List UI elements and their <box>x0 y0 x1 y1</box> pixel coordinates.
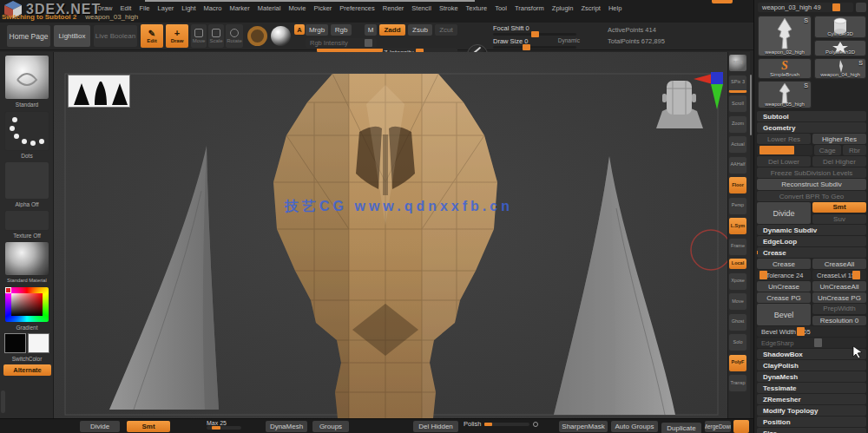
main-color-swatch[interactable] <box>4 333 26 353</box>
modify-topology-header[interactable]: Modify Topology <box>757 405 866 416</box>
sdiv-fill[interactable] <box>760 146 794 154</box>
persp-toggle[interactable]: Persp <box>728 197 747 215</box>
menu-item-help[interactable]: Help <box>608 4 621 12</box>
crease-pg-button[interactable]: Crease PG <box>757 292 811 303</box>
crease-lvl-handle[interactable] <box>852 271 860 279</box>
local-toggle[interactable]: Local <box>728 258 747 270</box>
bottom-merge-down-button[interactable]: MergeDown <box>705 421 731 432</box>
move-button[interactable]: Move <box>191 24 207 48</box>
crease-lvl-slider[interactable]: CreaseLvl 15 <box>812 270 866 280</box>
reconstruct-subdiv-button[interactable]: Reconstruct Subdiv <box>757 179 866 190</box>
menu-item-preferences[interactable]: Preferences <box>339 4 374 12</box>
bevel-width-slider[interactable]: Bevel Width 0.05 <box>757 326 866 337</box>
menu-item-render[interactable]: Render <box>383 4 404 12</box>
secondary-color-swatch[interactable] <box>28 333 49 353</box>
tool-thumb-polymesh3d[interactable]: PolyMesh3D <box>814 40 866 56</box>
freeze-subdivision-button[interactable]: Freeze SubDivision Levels <box>757 167 866 178</box>
menu-item-layer[interactable]: Layer <box>158 4 174 12</box>
alternate-button[interactable]: Alternate <box>3 364 51 376</box>
bottom-max-slider[interactable]: Max 25 <box>207 420 250 430</box>
tool-thumb-simplebrush[interactable]: S SimpleBrush <box>758 58 812 79</box>
bottom-dynamesh-button[interactable]: DynaMesh <box>266 421 307 432</box>
tool-name-handle[interactable] <box>832 3 840 11</box>
menu-item-marker[interactable]: Marker <box>229 4 249 12</box>
current-brush-thumbnail[interactable] <box>4 55 49 100</box>
home-page-button[interactable]: Home Page <box>7 25 50 47</box>
rotate-button[interactable]: Rotate <box>226 24 243 48</box>
lightbox-button[interactable]: LightBox <box>54 25 90 47</box>
material-thumbnail[interactable] <box>4 241 49 276</box>
bevel-width-handle[interactable] <box>797 327 805 336</box>
rgb-intensity-slider[interactable]: Rgb Intensity <box>306 38 377 48</box>
bottom-duplicate-button[interactable]: Duplicate <box>661 423 701 433</box>
sdiv-slider[interactable]: SDiv <box>757 145 812 155</box>
draw-size-slider[interactable] <box>493 46 576 49</box>
actual-button[interactable]: Actual <box>728 135 747 154</box>
menu-item-stencil[interactable]: Stencil <box>411 4 431 12</box>
brush-size-ring-icon[interactable] <box>247 26 267 46</box>
resolution-slider[interactable]: Resolution 0 <box>812 316 866 326</box>
tool-name-mini-button[interactable] <box>856 3 866 12</box>
subtool-header[interactable]: Subtool <box>757 111 866 121</box>
bottom-groups-button[interactable]: Groups <box>312 421 349 432</box>
draw-button[interactable]: + Draw <box>166 24 188 48</box>
xpose-button[interactable]: Xpose <box>728 272 747 291</box>
edgeloop-header[interactable]: EdgeLoop <box>757 236 866 246</box>
zadd-button[interactable]: Zadd <box>379 24 405 36</box>
sidebar-divider-handle[interactable] <box>1 390 5 413</box>
geometry-header[interactable]: Geometry <box>757 122 866 133</box>
switch-color-label[interactable]: SwitchColor <box>0 356 54 362</box>
ctolerance-slider[interactable]: CTolerance 24 <box>757 270 811 280</box>
menu-item-file[interactable]: File <box>139 4 149 12</box>
polyframe-toggle[interactable]: PolyF <box>728 354 747 372</box>
bottom-divide-button[interactable]: Divide <box>80 421 120 432</box>
dynamic-subdiv-header[interactable]: Dynamic Subdiv <box>757 225 866 235</box>
texture-thumbnail[interactable] <box>4 210 49 231</box>
m-button[interactable]: M <box>365 24 377 36</box>
uncrease-pg-button[interactable]: UnCrease PG <box>812 292 866 303</box>
size-header[interactable]: Size <box>757 428 866 433</box>
bevel-button[interactable]: Bevel <box>757 304 811 325</box>
mrgb-button[interactable]: Mrgb <box>306 24 328 36</box>
color-back-swatch[interactable] <box>5 287 11 293</box>
rgb-intensity-handle[interactable] <box>365 39 372 47</box>
bottom-auto-groups-button[interactable]: Auto Groups <box>611 421 658 432</box>
floor-toggle[interactable]: Floor <box>728 176 747 194</box>
edge-sharp-slider[interactable]: EdgeSharp <box>757 338 866 348</box>
current-stroke-thumbnail[interactable] <box>4 111 49 151</box>
tool-thumb-weapon-04[interactable]: S weapon_04_high <box>814 58 866 79</box>
uncrease-all-button[interactable]: UnCreaseAll <box>812 281 866 292</box>
polish-mode-toggle[interactable] <box>533 422 538 427</box>
tool-name-slider[interactable]: weapon_03_high 49 <box>758 3 853 12</box>
frame-button[interactable]: Frame <box>728 238 747 256</box>
tessimate-header[interactable]: Tessimate <box>757 383 866 393</box>
tool-thumb-weapon-02[interactable]: S weapon_02_high <box>758 16 812 56</box>
claypolish-header[interactable]: ClayPolish <box>757 360 866 371</box>
scale-button[interactable]: Scale <box>208 24 224 48</box>
cage-button[interactable]: Cage <box>814 145 842 155</box>
menu-item-macro[interactable]: Macro <box>204 4 222 12</box>
suv-toggle[interactable]: Suv <box>812 214 866 225</box>
uncrease-button[interactable]: UnCrease <box>757 281 811 292</box>
viewport[interactable]: 技艺CG www.qdnxxfb.cn <box>54 52 727 418</box>
bottom-polish-handle[interactable] <box>484 423 492 426</box>
position-header[interactable]: Position <box>757 417 866 427</box>
zcut-button[interactable]: Zcut <box>435 24 457 36</box>
color-sv-square[interactable] <box>11 293 43 316</box>
bottom-sharpen-mask-button[interactable]: SharpenMask <box>559 421 608 432</box>
menu-item-light[interactable]: Light <box>181 4 195 12</box>
smt-toggle[interactable]: Smt <box>812 202 866 213</box>
color-picker[interactable] <box>4 286 49 323</box>
focal-shift-slider[interactable] <box>493 33 576 36</box>
zsub-button[interactable]: Zsub <box>408 24 432 36</box>
focal-shift-handle[interactable] <box>531 31 539 37</box>
zremesher-header[interactable]: ZRemesher <box>757 394 866 404</box>
edit-button[interactable]: ✎ Edit <box>141 24 163 48</box>
current-material-sphere[interactable] <box>271 26 291 46</box>
lower-res-button[interactable]: Lower Res <box>757 134 811 144</box>
menu-item-texture[interactable]: Texture <box>466 4 488 12</box>
spix-slider[interactable]: SPix 3 <box>728 75 747 93</box>
zoom-button[interactable]: Zoom <box>728 115 747 134</box>
menu-item-stroke[interactable]: Stroke <box>439 4 458 12</box>
tool-thumb-weapon-05[interactable]: S weapon_05_high <box>758 81 812 108</box>
